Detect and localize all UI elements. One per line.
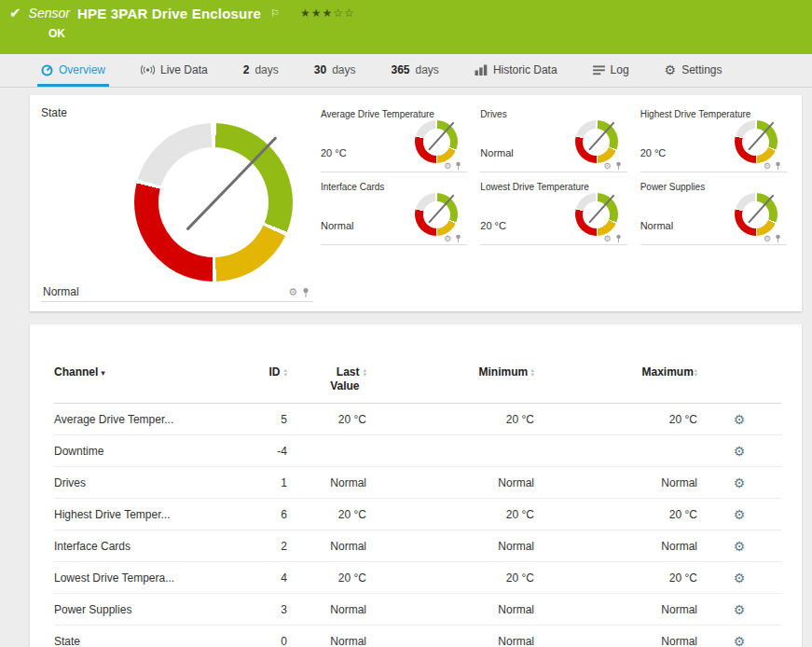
cell-channel[interactable]: Lowest Drive Tempera... (54, 562, 227, 594)
tab-overview[interactable]: Overview (37, 63, 109, 87)
sort-desc-icon: ▾ (101, 368, 105, 378)
table-row[interactable]: Downtime -4 ⚙ (54, 435, 781, 467)
channel-settings-gear-icon[interactable]: ⚙ (734, 412, 746, 427)
cell-channel[interactable]: State (54, 626, 227, 647)
tab-historic-data[interactable]: Historic Data (471, 63, 561, 87)
gauge-settings-gear-icon[interactable]: ⚙ (604, 161, 612, 171)
historic-data-icon (475, 64, 488, 76)
primary-gauge-block: State Normal ⚙ (41, 106, 321, 302)
cell-id: 1 (227, 467, 287, 499)
cell-minimum (366, 435, 534, 467)
pin-icon[interactable] (775, 161, 781, 171)
priority-stars[interactable]: ★★★☆☆ (300, 7, 355, 20)
state-gauge (134, 123, 293, 282)
mini-gauge-value: 20 °C (480, 220, 506, 231)
column-label: ID (268, 365, 280, 379)
tab-30-days[interactable]: 30 days (310, 63, 360, 87)
table-row[interactable]: State 0 Normal Normal Normal ⚙ (54, 626, 781, 647)
tab-label: days (332, 63, 355, 76)
cell-minimum: Normal (366, 594, 534, 626)
cell-last-value: Normal (287, 467, 366, 499)
mini-gauge-grid: Average Drive Temperature 20 °C ⚙ Drives (321, 106, 787, 302)
tab-2-days[interactable]: 2 days (240, 63, 282, 87)
cell-channel[interactable]: Interface Cards (54, 530, 227, 562)
pin-icon[interactable] (775, 234, 781, 243)
tab-log[interactable]: Log (589, 63, 633, 87)
channel-settings-gear-icon[interactable]: ⚙ (734, 507, 746, 522)
cell-channel[interactable]: Average Drive Temper... (54, 404, 227, 435)
channel-settings-gear-icon[interactable]: ⚙ (734, 444, 746, 459)
tab-number: 30 (314, 63, 326, 76)
table-row[interactable]: Highest Drive Temper... 6 20 °C 20 °C 20… (54, 499, 781, 530)
channel-settings-gear-icon[interactable]: ⚙ (734, 634, 746, 647)
pin-icon[interactable] (615, 161, 622, 171)
table-row[interactable]: Drives 1 Normal Normal Normal ⚙ (54, 467, 781, 499)
gauge-settings-gear-icon[interactable]: ⚙ (764, 234, 771, 243)
cell-minimum: 20 °C (366, 562, 534, 594)
cell-last-value: 20 °C (287, 562, 366, 594)
cell-last-value: Normal (287, 530, 366, 562)
ok-check-icon: ✔ (9, 5, 21, 21)
column-label: Channel (54, 365, 98, 379)
table-row[interactable]: Average Drive Temper... 5 20 °C 20 °C 20… (54, 404, 781, 435)
mini-gauge (575, 120, 618, 163)
table-row[interactable]: Lowest Drive Tempera... 4 20 °C 20 °C 20… (54, 562, 781, 594)
tab-365-days[interactable]: 365 days (387, 63, 442, 87)
tab-number: 2 (243, 63, 250, 76)
mini-gauge (575, 193, 618, 236)
mini-gauge-title: Highest Drive Temperature (640, 109, 787, 119)
column-header-id[interactable]: ID▴▾ (227, 365, 287, 404)
gauges-panel: State Normal ⚙ Average Drive Temperature (30, 95, 802, 311)
object-kind-label: Sensor (29, 6, 70, 21)
sort-icon[interactable]: ▴▾ (530, 367, 534, 377)
mini-gauge-title: Interface Cards (321, 182, 467, 192)
channels-panel: Channel▾ ID▴▾ Last Value▴▾ Minimum▴▾ Max… (30, 324, 802, 647)
mini-gauge-cell: Interface Cards Normal ⚙ (321, 182, 467, 245)
mini-gauge-title: Drives (480, 109, 626, 119)
sort-icon[interactable]: ▴▾ (363, 367, 366, 377)
cell-id: 0 (227, 626, 287, 647)
cell-channel[interactable]: Drives (54, 467, 227, 499)
channel-table: Channel▾ ID▴▾ Last Value▴▾ Minimum▴▾ Max… (54, 365, 781, 647)
mini-gauge-value: Normal (640, 220, 673, 231)
column-header-maximum[interactable]: Maximum▴▾ (534, 365, 697, 404)
settings-gear-icon: ⚙ (665, 65, 677, 75)
table-row[interactable]: Interface Cards 2 Normal Normal Normal ⚙ (54, 530, 781, 562)
mini-gauge-cell: Average Drive Temperature 20 °C ⚙ (321, 109, 467, 172)
channel-settings-gear-icon[interactable]: ⚙ (734, 475, 746, 490)
pin-icon[interactable] (302, 287, 310, 298)
cell-maximum (534, 435, 697, 467)
gauge-settings-gear-icon[interactable]: ⚙ (604, 234, 612, 243)
mini-gauge-title: Average Drive Temperature (321, 109, 467, 119)
cell-channel[interactable]: Downtime (54, 435, 227, 467)
gauge-settings-gear-icon[interactable]: ⚙ (444, 161, 451, 171)
cell-minimum: 20 °C (366, 499, 534, 530)
column-header-last-value[interactable]: Last Value▴▾ (287, 365, 366, 404)
mini-gauge-cell: Power Supplies Normal ⚙ (640, 182, 787, 245)
pin-icon[interactable] (615, 234, 622, 243)
gauge-settings-gear-icon[interactable]: ⚙ (288, 286, 297, 298)
cell-channel[interactable]: Power Supplies (54, 594, 227, 626)
table-row[interactable]: Power Supplies 3 Normal Normal Normal ⚙ (54, 594, 781, 626)
mini-gauge-cell: Highest Drive Temperature 20 °C ⚙ (640, 109, 787, 172)
cell-minimum: 20 °C (366, 404, 534, 435)
sort-icon[interactable]: ▴▾ (694, 367, 697, 377)
sort-icon[interactable]: ▴▾ (283, 367, 287, 377)
column-header-channel[interactable]: Channel▾ (54, 365, 227, 404)
tab-settings[interactable]: ⚙ Settings (661, 63, 726, 87)
gauge-settings-gear-icon[interactable]: ⚙ (764, 161, 771, 171)
column-header-minimum[interactable]: Minimum▴▾ (366, 365, 534, 404)
pin-icon[interactable] (455, 234, 461, 243)
channel-settings-gear-icon[interactable]: ⚙ (734, 602, 746, 617)
status-badge: OK (48, 27, 801, 40)
channel-settings-gear-icon[interactable]: ⚙ (734, 539, 746, 554)
flag-icon[interactable]: ⚐ (270, 7, 280, 20)
pin-icon[interactable] (455, 161, 461, 171)
primary-gauge-value: Normal (43, 285, 79, 298)
channel-table-body: Average Drive Temper... 5 20 °C 20 °C 20… (54, 404, 781, 647)
tab-live-data[interactable]: Live Data (137, 63, 212, 87)
channel-settings-gear-icon[interactable]: ⚙ (734, 571, 746, 585)
cell-channel[interactable]: Highest Drive Temper... (54, 499, 227, 530)
gauge-settings-gear-icon[interactable]: ⚙ (444, 234, 451, 243)
column-label: Last Value (310, 365, 359, 393)
